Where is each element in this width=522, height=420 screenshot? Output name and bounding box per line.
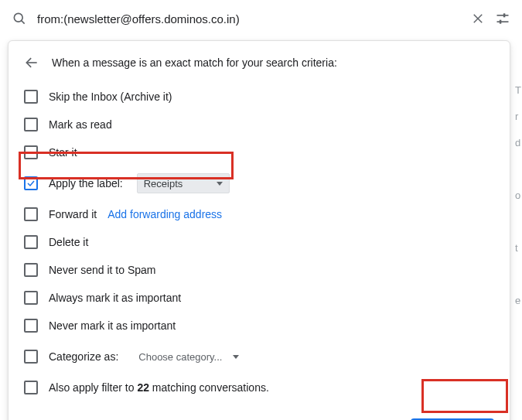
option-label: Mark as read	[49, 118, 112, 131]
option-label: Delete it	[49, 236, 88, 248]
clear-search-icon[interactable]	[469, 10, 486, 27]
category-select[interactable]: Choose category...	[132, 347, 245, 367]
option-label: Never send it to Spam	[49, 264, 156, 276]
checkbox[interactable]	[24, 291, 38, 305]
option-never-spam[interactable]: Never send it to Spam	[24, 256, 494, 284]
option-label: Forward it	[49, 208, 97, 220]
option-label: Star it	[49, 146, 77, 159]
option-delete[interactable]: Delete it	[24, 228, 494, 256]
checkbox[interactable]	[24, 207, 38, 221]
search-bar	[0, 0, 522, 37]
option-label: Apply the label:	[49, 177, 123, 190]
checkbox[interactable]	[24, 90, 38, 104]
option-skip-inbox[interactable]: Skip the Inbox (Archive it)	[24, 83, 494, 111]
option-label: Never mark it as important	[49, 319, 176, 332]
caret-down-icon	[233, 355, 239, 359]
label-select[interactable]: Receipts	[137, 173, 230, 193]
svg-line-1	[22, 21, 25, 24]
option-label: Skip the Inbox (Archive it)	[49, 90, 172, 103]
checkbox[interactable]	[24, 145, 38, 159]
create-filter-panel: When a message is an exact match for you…	[8, 40, 510, 420]
background-results-sliver: Trd o t ee	[515, 77, 521, 325]
option-label: Categorize as:	[49, 350, 118, 363]
svg-rect-5	[503, 13, 506, 17]
search-options-icon[interactable]	[494, 10, 511, 27]
category-select-value: Choose category...	[138, 351, 222, 363]
checkbox[interactable]	[24, 118, 38, 131]
option-also-apply[interactable]: Also apply filter to 22 matching convers…	[24, 374, 494, 401]
option-apply-label[interactable]: Apply the label: Receipts	[24, 166, 494, 200]
panel-title: When a message is an exact match for you…	[52, 56, 337, 69]
label-select-value: Receipts	[144, 178, 183, 190]
option-never-important[interactable]: Never mark it as important	[24, 312, 494, 340]
option-label: Always mark it as important	[49, 292, 181, 304]
checkbox[interactable]	[24, 235, 38, 249]
search-input[interactable]	[36, 12, 462, 26]
caret-down-icon	[217, 182, 223, 186]
checkbox[interactable]	[24, 176, 38, 190]
back-icon[interactable]	[24, 55, 39, 70]
option-forward[interactable]: Forward it Add forwarding address	[24, 200, 494, 228]
option-categorize[interactable]: Categorize as: Choose category...	[24, 340, 494, 374]
add-forwarding-link[interactable]: Add forwarding address	[107, 208, 222, 220]
option-star[interactable]: Star it	[24, 138, 494, 166]
option-label: Also apply filter to 22 matching convers…	[49, 381, 269, 394]
option-always-important[interactable]: Always mark it as important	[24, 284, 494, 312]
checkbox[interactable]	[24, 319, 38, 333]
checkbox[interactable]	[24, 350, 38, 364]
checkbox[interactable]	[24, 381, 38, 394]
panel-header: When a message is an exact match for you…	[24, 55, 494, 70]
search-icon[interactable]	[11, 10, 28, 27]
svg-rect-7	[500, 20, 502, 24]
option-mark-read[interactable]: Mark as read	[24, 111, 494, 138]
checkbox[interactable]	[24, 263, 38, 277]
